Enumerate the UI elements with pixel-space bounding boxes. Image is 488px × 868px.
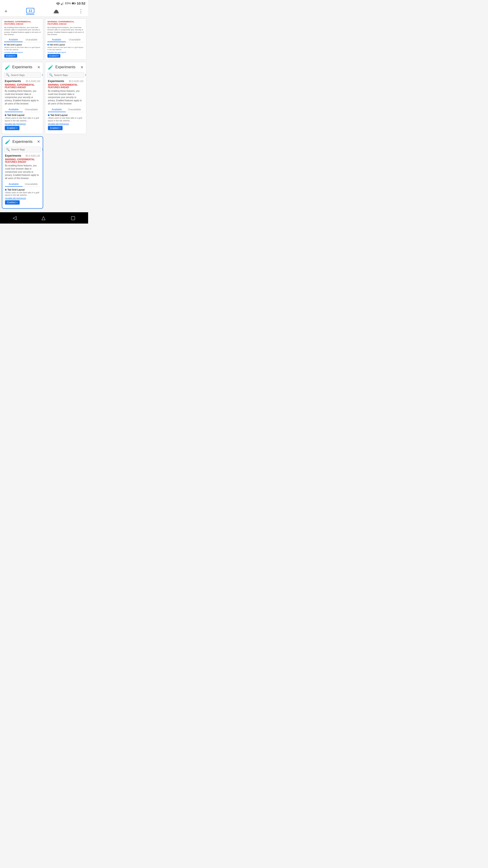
unavailable-tab-middle-right[interactable]: Unavailable (66, 107, 84, 112)
feature-link-bottom[interactable]: #enable-tab-grid-layout (5, 197, 40, 199)
experiment-card-bottom: 🧪 Experiments ✕ 🔍 Reset all Experiments … (2, 136, 43, 209)
dropdown-arrow-bottom: ▾ (17, 202, 18, 204)
exp-version-middle-left: 85.0.4183.120 (26, 80, 40, 83)
feature-title-bottom: Tab Grid Layout (5, 188, 40, 191)
feature-item-bottom: Tab Grid Layout Allows users to see thei… (5, 188, 40, 205)
feature-title-middle-right: Tab Grid Layout (48, 114, 84, 116)
feature-link-middle-right[interactable]: #enable-tab-grid-layout (48, 123, 84, 125)
tabs-row-middle-right: Available Unavailable (48, 107, 84, 112)
dropdown-arrow-middle-right: ▾ (59, 127, 60, 129)
close-btn-middle-right[interactable]: ✕ (80, 65, 84, 69)
bottom-nav: ◁ △ ▢ (0, 212, 88, 223)
card-title-middle-left: Experiments (12, 65, 35, 69)
enabled-btn-partial-right[interactable]: Enabled ▾ (47, 54, 60, 58)
status-bar: 83% ⚡ 10:52 (0, 0, 88, 6)
available-tab-middle-right[interactable]: Available (48, 107, 66, 112)
available-tab-partial-left[interactable]: Available (4, 38, 23, 42)
unavailable-tab-bottom[interactable]: Unavailable (23, 182, 40, 186)
exp-version-bottom: 85.0.4183.120 (26, 155, 40, 157)
unavailable-tab-partial-left[interactable]: Unavailable (23, 38, 41, 42)
search-bar-middle-right[interactable]: 🔍 Reset all (47, 72, 84, 78)
search-bar-middle-left[interactable]: 🔍 Reset all (4, 72, 41, 78)
tab-count-badge: 11 (26, 8, 34, 13)
battery-icon: ⚡ (72, 2, 76, 5)
feature-item-middle-left: Tab Grid Layout Allows users to see thei… (5, 114, 40, 130)
blue-dot-partial-right (47, 44, 49, 45)
dropdown-arrow-middle-left: ▾ (16, 127, 17, 129)
feature-link-middle-left[interactable]: #enable-tab-grid-layout (5, 123, 40, 125)
exp-header-bottom: Experiments 85.0.4183.120 (5, 154, 40, 157)
search-input-bottom[interactable] (11, 148, 42, 151)
partial-warning-title-right: WARNING: EXPERIMENTAL FEATURES AHEAD! (47, 20, 84, 26)
status-time: 10:52 (77, 1, 86, 5)
blue-dot-partial-left (4, 44, 6, 45)
feature-desc-bottom: Allows users to see their tabs in a grid… (5, 191, 40, 197)
partial-warning-desc-right: By enabling these features, you could lo… (47, 26, 84, 36)
feature-desc-middle-left: Allows users to see their tabs in a grid… (5, 117, 40, 122)
enabled-btn-middle-right[interactable]: Enabled ▾ (48, 126, 63, 130)
exp-header-middle-left: Experiments 85.0.4183.120 (5, 80, 40, 83)
search-input-middle-right[interactable] (54, 74, 85, 76)
recents-button[interactable]: ▢ (71, 215, 75, 221)
reset-btn-bottom[interactable]: Reset all (42, 148, 43, 151)
small-tabs-right: Available Unavailable (47, 38, 84, 42)
available-tab-bottom[interactable]: Available (5, 182, 23, 187)
card-header-middle-left: 🧪 Experiments ✕ (2, 62, 43, 72)
feature-name-middle-right: Tab Grid Layout (51, 114, 68, 116)
more-options-button[interactable]: ⋮ (78, 8, 84, 14)
exp-title-bottom: Experiments (5, 154, 21, 157)
warning-desc-middle-right: By enabling these features, you could lo… (48, 90, 84, 105)
top-left-partial-card: WARNING: EXPERIMENTAL FEATURES AHEAD! By… (2, 19, 43, 60)
available-tab-middle-left[interactable]: Available (5, 107, 23, 112)
feature-desc-partial-left: Allows users to see their tabs in a grid… (4, 46, 41, 51)
warning-desc-middle-left: By enabling these features, you could lo… (5, 90, 40, 105)
enabled-label-middle-left: Enabled (7, 127, 15, 129)
incognito-icon[interactable] (53, 8, 59, 14)
enabled-btn-bottom[interactable]: Enabled ▾ (5, 200, 20, 205)
feature-title-partial-right: Tab Grid Layout (47, 43, 84, 46)
feature-link-partial-right[interactable]: #enable-tab-grid-layout (47, 51, 84, 53)
flask-icon-middle-left: 🧪 (5, 64, 10, 70)
new-tab-button[interactable]: + (4, 8, 7, 14)
reset-btn-middle-right[interactable]: Reset all (85, 74, 86, 76)
middle-card-row: 🧪 Experiments ✕ 🔍 Reset all Experiments … (2, 62, 86, 134)
card-body-bottom: Experiments 85.0.4183.120 WARNING: EXPER… (2, 154, 43, 208)
search-icon-bottom: 🔍 (6, 148, 10, 151)
warning-title-middle-left: WARNING: EXPERIMENTAL FEATURES AHEAD! (5, 84, 40, 89)
partial-warning-title-left: WARNING: EXPERIMENTAL FEATURES AHEAD! (4, 20, 41, 26)
warning-title-middle-right: WARNING: EXPERIMENTAL FEATURES AHEAD! (48, 84, 84, 89)
available-tab-partial-right[interactable]: Available (47, 38, 66, 42)
exp-header-middle-right: Experiments 85.0.4183.120 (48, 80, 84, 83)
search-input-middle-left[interactable] (11, 74, 42, 76)
experiment-card-middle-right: 🧪 Experiments ✕ 🔍 Reset all Experiments … (45, 62, 86, 134)
card-body-middle-right: Experiments 85.0.4183.120 WARNING: EXPER… (45, 80, 86, 133)
signal-icon (61, 2, 64, 5)
blue-dot-bottom (5, 189, 6, 191)
svg-text:⚡: ⚡ (72, 2, 74, 4)
enabled-btn-partial-left[interactable]: Enabled ▾ (4, 54, 17, 58)
blue-dot-middle-left (5, 114, 6, 116)
tab-bar: + 11 ⋮ (0, 6, 88, 17)
flask-icon-bottom: 🧪 (5, 139, 11, 145)
feature-name-middle-left: Tab Grid Layout (7, 114, 24, 116)
feature-title-middle-left: Tab Grid Layout (5, 114, 40, 116)
unavailable-tab-partial-right[interactable]: Unavailable (66, 38, 84, 42)
close-btn-middle-left[interactable]: ✕ (37, 65, 40, 69)
card-header-bottom: 🧪 Experiments ✕ (2, 137, 43, 147)
tab-count-button[interactable]: 11 (26, 8, 34, 15)
home-button[interactable]: △ (41, 215, 45, 221)
feature-link-partial-left[interactable]: #enable-tab-grid-layout (4, 51, 41, 53)
svg-rect-3 (63, 2, 63, 5)
feature-item-middle-right: Tab Grid Layout Allows users to see thei… (48, 114, 84, 130)
partial-warning-right: WARNING: EXPERIMENTAL FEATURES AHEAD! By… (45, 19, 86, 38)
back-button[interactable]: ◁ (13, 215, 17, 221)
reset-btn-middle-left[interactable]: Reset all (42, 74, 43, 76)
experiment-card-middle-left: 🧪 Experiments ✕ 🔍 Reset all Experiments … (2, 62, 43, 134)
close-btn-bottom[interactable]: ✕ (37, 140, 40, 144)
enabled-btn-middle-left[interactable]: Enabled ▾ (5, 126, 20, 130)
card-body-middle-left: Experiments 85.0.4183.120 WARNING: EXPER… (2, 80, 43, 133)
search-bar-bottom[interactable]: 🔍 Reset all (4, 147, 41, 152)
unavailable-tab-middle-left[interactable]: Unavailable (23, 107, 40, 112)
enabled-label-middle-right: Enabled (50, 127, 59, 129)
top-right-partial-card: WARNING: EXPERIMENTAL FEATURES AHEAD! By… (45, 19, 86, 60)
